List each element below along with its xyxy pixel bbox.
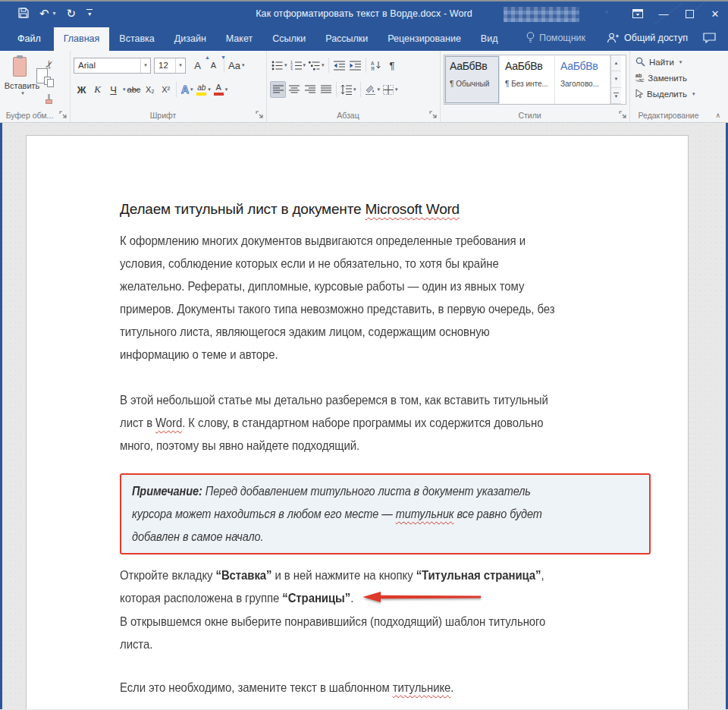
increase-indent-button[interactable] bbox=[347, 57, 363, 74]
align-center-icon bbox=[289, 85, 300, 94]
svg-text:3: 3 bbox=[290, 67, 293, 71]
svg-text:А: А bbox=[371, 61, 375, 66]
doc-paragraph-3: Откройте вкладку “Вставка” и в ней нажми… bbox=[120, 564, 580, 656]
font-name-combo[interactable]: Arial▾ bbox=[74, 58, 151, 74]
paragraph-group-label: Абзац bbox=[267, 111, 429, 120]
bullets-icon bbox=[271, 61, 283, 71]
numbering-button[interactable]: 123 ▾ bbox=[289, 57, 308, 74]
group-clipboard: Вставить ▾ ✂ Буфер обм... bbox=[0, 51, 71, 122]
shading-button[interactable]: ▾ bbox=[363, 81, 382, 98]
group-editing: Найти▾ ab⤷ac Заменить Выделить▾ Редактир… bbox=[630, 51, 707, 122]
styles-scroll-down-button[interactable]: ▼ bbox=[611, 71, 621, 87]
styles-scroll-up-button[interactable]: ▲ bbox=[611, 55, 621, 71]
cut-button[interactable]: ✂ bbox=[41, 57, 57, 73]
align-right-icon bbox=[305, 85, 315, 94]
lightbulb-icon bbox=[526, 32, 535, 43]
cursor-arrow-icon bbox=[635, 89, 643, 99]
doc-heading: Делаем титульный лист в документе Micros… bbox=[120, 201, 580, 218]
style-card-no-spacing[interactable]: АаБбВв ¶ Без инте... bbox=[500, 55, 555, 104]
tab-mailings[interactable]: Рассылки bbox=[315, 27, 378, 51]
highlight-button[interactable]: ab ▾ bbox=[195, 81, 212, 98]
format-painter-button[interactable] bbox=[41, 91, 57, 107]
document-area: Делаем титульный лист в документе Micros… bbox=[0, 123, 728, 709]
word-window: ↶ ▾ ↻ ▾ Как отформатировать текст в Ворд… bbox=[0, 0, 728, 710]
select-button[interactable]: Выделить▾ bbox=[633, 86, 704, 102]
person-add-icon bbox=[607, 33, 619, 43]
justify-button[interactable] bbox=[318, 81, 334, 98]
style-card-heading1[interactable]: АаБбВв Заголово... bbox=[555, 55, 610, 104]
underline-dropdown-icon[interactable]: ▾ bbox=[123, 86, 126, 93]
replace-button[interactable]: ab⤷ac Заменить bbox=[633, 70, 704, 86]
text-effects-button[interactable]: А▾ bbox=[179, 81, 195, 98]
maximize-button[interactable] bbox=[676, 2, 702, 24]
close-button[interactable]: ✕ bbox=[702, 2, 728, 24]
search-icon bbox=[635, 57, 645, 67]
styles-dialog-launcher[interactable] bbox=[619, 111, 627, 119]
clipboard-dialog-launcher[interactable] bbox=[59, 111, 67, 119]
grow-font-button[interactable]: А▲ bbox=[190, 57, 206, 74]
borders-button[interactable]: ▾ bbox=[381, 81, 400, 98]
share-button[interactable]: Общий доступ bbox=[596, 33, 698, 43]
align-center-button[interactable] bbox=[286, 81, 302, 98]
decrease-indent-icon bbox=[334, 61, 345, 71]
font-size-combo[interactable]: 12▾ bbox=[154, 58, 186, 74]
customize-qat-button[interactable]: ▾ bbox=[86, 9, 93, 17]
ribbon-display-options-button[interactable] bbox=[625, 2, 651, 24]
doc-paragraph-2: В этой небольшой статье мы детально разб… bbox=[120, 389, 580, 457]
underline-button[interactable]: Ч bbox=[105, 81, 121, 98]
collapse-ribbon-button[interactable]: ∧ bbox=[715, 112, 720, 119]
assistant-button[interactable]: Помощник bbox=[516, 32, 596, 43]
show-paragraph-marks-button[interactable]: ¶ bbox=[384, 57, 400, 74]
tab-home[interactable]: Главная bbox=[54, 27, 110, 51]
multilevel-list-button[interactable]: ▾ bbox=[307, 57, 326, 74]
minimize-button[interactable]: — bbox=[651, 2, 676, 24]
paste-button[interactable]: Вставить ▾ bbox=[3, 54, 41, 107]
style-card-normal[interactable]: АаБбВв ¶ Обычный bbox=[444, 55, 500, 104]
styles-more-button[interactable]: ▼ bbox=[611, 88, 621, 104]
align-left-button[interactable] bbox=[270, 81, 286, 98]
font-color-button[interactable]: А ▾ bbox=[212, 81, 230, 98]
undo-button[interactable]: ↶ bbox=[39, 8, 49, 19]
copy-button[interactable] bbox=[41, 74, 57, 90]
change-case-button[interactable]: Аа▾ bbox=[227, 57, 246, 74]
superscript-button[interactable]: Х² bbox=[158, 81, 174, 98]
multilevel-list-icon bbox=[309, 61, 320, 71]
comments-button[interactable] bbox=[698, 33, 728, 43]
paste-dropdown-icon[interactable]: ▾ bbox=[21, 90, 24, 96]
copy-icon bbox=[44, 77, 54, 87]
font-group-label: Шрифт bbox=[71, 111, 256, 120]
line-spacing-button[interactable]: ▾ bbox=[339, 81, 358, 98]
undo-dropdown-icon[interactable]: ▾ bbox=[53, 10, 56, 17]
redo-button[interactable]: ↻ bbox=[67, 8, 77, 19]
find-button[interactable]: Найти▾ bbox=[633, 54, 704, 70]
shrink-font-button[interactable]: А▼ bbox=[206, 57, 221, 74]
justify-icon bbox=[321, 85, 331, 94]
document-page[interactable]: Делаем титульный лист в документе Micros… bbox=[26, 135, 689, 709]
bold-button[interactable]: Ж bbox=[74, 81, 89, 98]
tab-file[interactable]: Файл bbox=[5, 27, 54, 51]
tab-design[interactable]: Дизайн bbox=[165, 27, 216, 51]
strikethrough-button[interactable]: abc bbox=[126, 81, 143, 98]
font-dialog-launcher[interactable] bbox=[256, 111, 264, 119]
share-label: Общий доступ bbox=[624, 33, 688, 43]
italic-button[interactable]: К bbox=[89, 81, 105, 98]
note-box: Примечание: Перед добавлением титульного… bbox=[120, 473, 651, 554]
ribbon-tab-row: Файл Главная Вставка Дизайн Макет Ссылки… bbox=[0, 24, 728, 51]
tab-references[interactable]: Ссылки bbox=[262, 27, 315, 51]
tab-insert[interactable]: Вставка bbox=[109, 27, 164, 51]
bullets-button[interactable]: ▾ bbox=[270, 57, 289, 74]
quick-access-toolbar: ↶ ▾ ↻ ▾ bbox=[0, 8, 93, 19]
spellcheck-word: Word bbox=[155, 416, 182, 430]
editing-group-label: Редактирование bbox=[630, 111, 707, 120]
scissors-icon: ✂ bbox=[42, 58, 56, 71]
tab-view[interactable]: Вид bbox=[471, 27, 508, 51]
tab-review[interactable]: Рецензирование bbox=[378, 27, 471, 51]
tab-layout[interactable]: Макет bbox=[216, 27, 262, 51]
sort-button[interactable]: АЯ bbox=[369, 57, 384, 74]
decrease-indent-button[interactable] bbox=[331, 57, 347, 74]
subscript-button[interactable]: Х₂ bbox=[142, 81, 158, 98]
styles-gallery: АаБбВв ¶ Обычный АаБбВв ¶ Без инте... Аа… bbox=[444, 55, 626, 105]
save-button[interactable] bbox=[18, 8, 29, 18]
align-right-button[interactable] bbox=[302, 81, 318, 98]
paragraph-dialog-launcher[interactable] bbox=[429, 111, 438, 119]
